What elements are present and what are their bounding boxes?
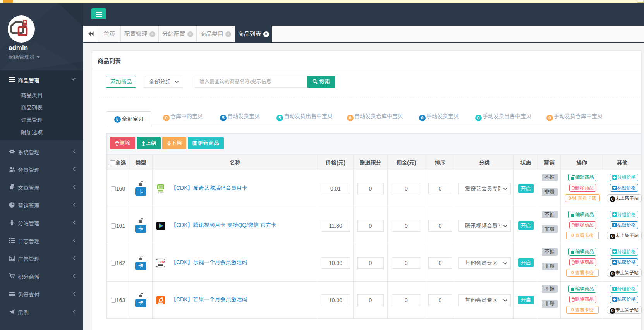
- svg-text:Letv: Letv: [158, 260, 165, 263]
